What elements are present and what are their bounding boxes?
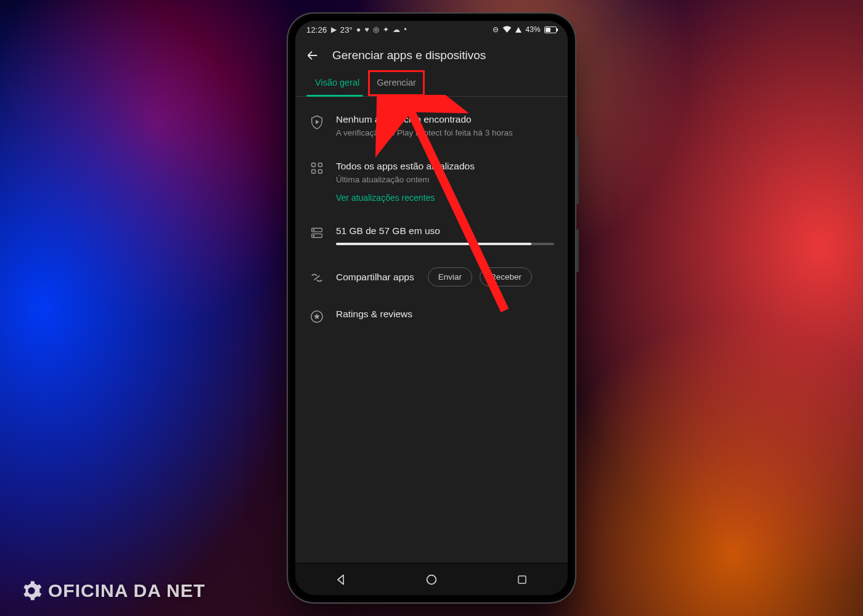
watermark-text: OFICINA DA NET xyxy=(48,580,205,601)
storage-label: 51 GB de 57 GB em uso xyxy=(336,225,554,237)
shield-play-icon xyxy=(309,114,325,139)
ratings-title: Ratings & reviews xyxy=(336,309,554,320)
android-navbar xyxy=(295,563,568,595)
tab-overview[interactable]: Visão geral xyxy=(306,70,368,96)
nearby-share-icon xyxy=(309,270,325,285)
phone-frame: 12:26 ▶ 23° ● ♥ ◎ ✦ ☁ • ⊖ 43% xyxy=(288,14,575,602)
content: Nenhum app nocivo encontrado A verificaç… xyxy=(295,97,568,563)
back-button[interactable] xyxy=(304,47,321,64)
tabs: Visão geral Gerenciar xyxy=(295,70,568,97)
nav-home-button[interactable] xyxy=(419,567,444,592)
svg-rect-10 xyxy=(518,576,526,583)
apps-grid-icon xyxy=(309,161,325,203)
cloud-icon: ☁ xyxy=(393,25,400,34)
svg-point-9 xyxy=(427,575,436,584)
battery-text: 43% xyxy=(525,25,541,34)
receive-button[interactable]: Receber xyxy=(480,267,532,286)
storage-row[interactable]: 51 GB de 57 GB em uso xyxy=(295,214,568,256)
ratings-row[interactable]: Ratings & reviews xyxy=(295,298,568,334)
watermark: OFICINA DA NET xyxy=(21,580,205,601)
battery-icon xyxy=(544,26,557,33)
protect-subtitle: A verificação do Play Protect foi feita … xyxy=(336,128,554,139)
share-apps-row: Compartilhar apps Enviar Receber xyxy=(295,256,568,298)
recent-updates-link[interactable]: Ver atualizações recentes xyxy=(336,193,435,203)
share-title: Compartilhar apps xyxy=(336,272,414,283)
status-dot-icon: ● xyxy=(356,25,361,34)
gear-icon xyxy=(21,580,42,601)
storage-bar xyxy=(336,243,554,245)
updates-subtitle: Última atualização ontem xyxy=(336,174,554,185)
svg-point-7 xyxy=(313,235,314,237)
svg-rect-3 xyxy=(319,170,322,174)
protect-title: Nenhum app nocivo encontrado xyxy=(336,114,554,125)
wifi-icon xyxy=(502,26,512,34)
svg-rect-2 xyxy=(312,170,316,174)
storage-icon xyxy=(309,225,325,245)
tab-manage[interactable]: Gerenciar xyxy=(368,70,425,96)
app-header: Gerenciar apps e dispositivos xyxy=(295,38,568,70)
cell-signal-icon xyxy=(515,27,521,33)
nav-recents-button[interactable] xyxy=(510,567,534,592)
svg-rect-0 xyxy=(312,163,316,167)
status-app-icon: ✦ xyxy=(383,25,389,34)
heart-icon: ♥ xyxy=(364,25,369,34)
updates-title: Todos os apps estão atualizados xyxy=(336,161,554,172)
play-protect-row[interactable]: Nenhum app nocivo encontrado A verificaç… xyxy=(295,103,568,150)
status-bar: 12:26 ▶ 23° ● ♥ ◎ ✦ ☁ • ⊖ 43% xyxy=(295,21,568,38)
send-button[interactable]: Enviar xyxy=(428,267,472,286)
svg-rect-1 xyxy=(319,163,322,167)
dnd-icon: ⊖ xyxy=(493,25,499,34)
star-circle-icon xyxy=(309,309,325,323)
youtube-icon: ▶ xyxy=(331,25,337,34)
nav-back-button[interactable] xyxy=(329,567,353,592)
status-time: 12:26 xyxy=(306,25,327,34)
status-temp: 23° xyxy=(340,25,353,34)
page-title: Gerenciar apps e dispositivos xyxy=(332,49,486,62)
instagram-icon: ◎ xyxy=(373,25,379,34)
phone-screen: 12:26 ▶ 23° ● ♥ ◎ ✦ ☁ • ⊖ 43% xyxy=(295,21,568,595)
svg-point-6 xyxy=(313,230,314,231)
status-dot2-icon: • xyxy=(404,25,406,34)
updates-row[interactable]: Todos os apps estão atualizados Última a… xyxy=(295,150,568,214)
